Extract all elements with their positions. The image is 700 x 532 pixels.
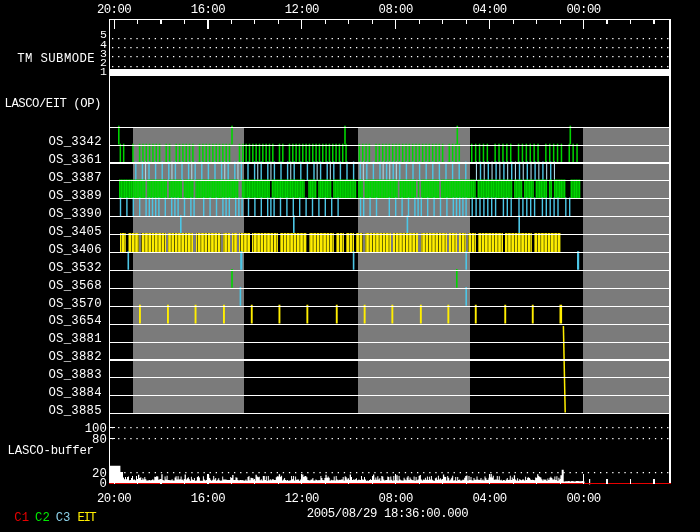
svg-text:OS_3570: OS_3570 [48, 297, 101, 311]
svg-text:OS_3387: OS_3387 [48, 171, 101, 185]
svg-text:EIT: EIT [78, 511, 97, 525]
svg-text:OS_3406: OS_3406 [48, 243, 101, 257]
svg-text:TM SUBMODE: TM SUBMODE [17, 52, 95, 66]
svg-text:80: 80 [92, 433, 107, 447]
svg-text:12:00: 12:00 [285, 492, 319, 506]
svg-text:C1: C1 [14, 511, 29, 525]
svg-text:OS_3885: OS_3885 [48, 404, 101, 418]
svg-text:2005/08/29 18:36:00.000: 2005/08/29 18:36:00.000 [307, 507, 469, 521]
svg-text:0: 0 [99, 477, 106, 491]
svg-text:C2: C2 [35, 511, 50, 525]
svg-text:OS_3883: OS_3883 [48, 368, 101, 382]
svg-text:LASCO/EIT (OP): LASCO/EIT (OP) [5, 97, 101, 111]
svg-text:16:00: 16:00 [191, 492, 225, 506]
svg-text:OS_3884: OS_3884 [48, 386, 101, 400]
svg-text:OS_3882: OS_3882 [48, 350, 101, 364]
svg-text:OS_3342: OS_3342 [48, 135, 101, 149]
svg-text:LASCO-buffer: LASCO-buffer [8, 444, 94, 458]
svg-text:OS_3532: OS_3532 [48, 261, 101, 275]
svg-text:08:00: 08:00 [379, 492, 413, 506]
svg-text:00:00: 00:00 [566, 3, 600, 17]
svg-text:04:00: 04:00 [473, 492, 507, 506]
svg-text:C3: C3 [56, 511, 71, 525]
svg-text:OS_3568: OS_3568 [48, 279, 101, 293]
svg-text:08:00: 08:00 [379, 3, 413, 17]
svg-text:20:00: 20:00 [97, 3, 131, 17]
svg-text:OS_3390: OS_3390 [48, 207, 101, 221]
svg-text:OS_3389: OS_3389 [48, 189, 101, 203]
svg-text:OS_3361: OS_3361 [48, 153, 101, 167]
svg-text:00:00: 00:00 [566, 492, 600, 506]
svg-text:1: 1 [100, 65, 107, 78]
svg-text:OS_3881: OS_3881 [48, 332, 101, 346]
svg-text:20:00: 20:00 [97, 492, 131, 506]
svg-text:12:00: 12:00 [285, 3, 319, 17]
svg-text:04:00: 04:00 [473, 3, 507, 17]
svg-text:OS_3654: OS_3654 [48, 314, 101, 328]
svg-text:16:00: 16:00 [191, 3, 225, 17]
svg-text:OS_3405: OS_3405 [48, 225, 101, 239]
